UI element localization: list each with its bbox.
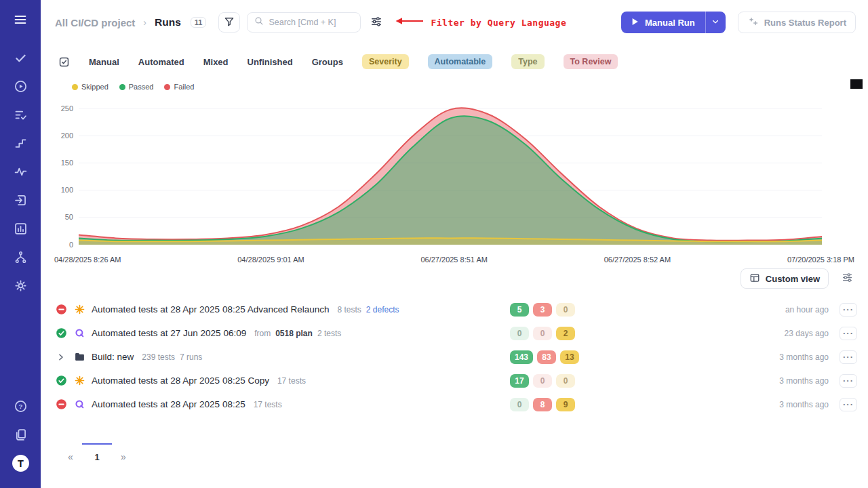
row-menu-button[interactable]: ···	[840, 303, 857, 317]
run-title[interactable]: Build: new	[92, 352, 134, 362]
legend-dot	[72, 84, 78, 90]
svg-text:250: 250	[61, 104, 73, 113]
status-passed-icon	[55, 327, 67, 340]
manual-run-label: Manual Run	[645, 18, 695, 28]
row-menu-button[interactable]: ···	[840, 398, 857, 411]
tab-groups[interactable]: Groups	[312, 57, 343, 67]
run-meta-bold: 0518 plan	[275, 329, 313, 338]
run-title[interactable]: Automated tests at 27 Jun 2025 06:09	[92, 328, 246, 338]
run-time: 3 months ago	[766, 376, 829, 386]
play-icon	[631, 18, 639, 28]
count-badge-green-pale: 0	[510, 327, 529, 340]
sidebar-item-bar-chart[interactable]	[6, 216, 35, 244]
custom-view-button[interactable]: Custom view	[741, 268, 829, 289]
result-badges: 1438313	[510, 350, 598, 364]
run-row[interactable]: Build: new239 tests7 runs14383133 months…	[55, 345, 857, 369]
result-badges: 002	[510, 327, 598, 340]
row-menu-button[interactable]: ···	[840, 374, 857, 388]
filter-funnel-button[interactable]	[218, 12, 240, 33]
breadcrumb-project[interactable]: All CI/CD project	[55, 17, 135, 28]
filter-chip-automatable[interactable]: Automatable	[428, 54, 493, 69]
steps-icon	[14, 136, 28, 153]
row-menu-button[interactable]: ···	[840, 327, 857, 340]
expand-chevron-right-icon[interactable]	[55, 351, 67, 363]
spark-icon	[73, 375, 85, 387]
sidebar-item-check[interactable]	[6, 45, 35, 73]
run-row-main: Automated tests at 28 Apr 2025 08:25 Cop…	[55, 375, 510, 387]
tab-unfinished[interactable]: Unfinished	[248, 57, 293, 67]
runs-status-report-label: Runs Status Report	[764, 18, 846, 28]
screen-artifact-box	[850, 79, 863, 89]
chart-x-axis-labels: 04/28/2025 8:26 AM04/28/2025 9:01 AM06/2…	[54, 256, 854, 264]
run-title[interactable]: Automated tests at 28 Apr 2025 08:25	[92, 399, 245, 409]
sidebar-item-steps[interactable]	[6, 130, 35, 159]
manual-run-button[interactable]: Manual Run	[621, 12, 705, 33]
run-row[interactable]: Automated tests at 28 Apr 2025 08:25 Cop…	[55, 369, 857, 392]
count-badge-green-pale: 0	[510, 398, 529, 411]
sidebar-item-help[interactable]: ?	[6, 393, 35, 422]
runs-status-report-button[interactable]: Runs Status Report	[738, 12, 856, 33]
sidebar-item-hamburger-menu[interactable]	[6, 7, 35, 35]
count-badge-yellow-solid: 2	[556, 327, 575, 340]
sparkles-icon	[747, 16, 759, 29]
manual-run-split-button: Manual Run	[621, 12, 726, 33]
qase-icon	[73, 327, 85, 340]
sidebar-item-gear[interactable]	[6, 272, 35, 301]
sidebar-item-docs[interactable]	[6, 422, 35, 450]
run-row-main: Automated tests at 27 Jun 2025 06:09from…	[55, 327, 510, 340]
run-title[interactable]: Automated tests at 28 Apr 2025 08:25 Adv…	[92, 304, 330, 314]
hamburger-menu-icon	[13, 12, 28, 30]
sidebar-item-logo[interactable]: T	[6, 450, 35, 479]
run-title[interactable]: Automated tests at 28 Apr 2025 08:25 Cop…	[92, 375, 269, 386]
select-all-icon[interactable]	[58, 56, 70, 68]
tab-automated[interactable]: Automated	[138, 57, 184, 67]
sidebar-item-list-check[interactable]	[6, 102, 35, 130]
sidebar-item-inbox-arrow[interactable]	[6, 187, 35, 216]
search-input[interactable]	[269, 18, 353, 27]
annotation: Filter by Query Language	[393, 16, 566, 28]
manual-run-dropdown-button[interactable]	[705, 12, 726, 33]
list-filter-settings-button[interactable]	[838, 268, 856, 289]
tab-mixed[interactable]: Mixed	[203, 57, 229, 67]
count-badge-red-solid: 3	[533, 303, 552, 317]
run-meta-link[interactable]: 2 defects	[366, 305, 399, 314]
filter-chip-severity[interactable]: Severity	[362, 54, 409, 69]
pagination-prev-button[interactable]: «	[59, 443, 82, 462]
run-time: 23 days ago	[766, 329, 829, 338]
tab-manual[interactable]: Manual	[89, 57, 119, 67]
runs-trend-chart: 050100150200250	[54, 99, 854, 251]
row-menu-button[interactable]: ···	[840, 350, 857, 364]
filter-chip-type[interactable]: Type	[511, 54, 544, 69]
legend-dot	[164, 84, 170, 90]
legend-item-skipped[interactable]: Skipped	[72, 83, 108, 91]
legend-dot	[119, 84, 125, 90]
page-title: Runs	[155, 16, 181, 28]
pagination-page-1[interactable]: 1	[82, 443, 112, 462]
sidebar-item-play-circle[interactable]	[6, 73, 35, 102]
folder-icon	[73, 351, 85, 363]
logo: T	[12, 454, 30, 475]
legend-item-passed[interactable]: Passed	[119, 83, 154, 91]
runs-chart-section: SkippedPassedFailed 050100150200250 04/2…	[41, 80, 868, 264]
legend-item-failed[interactable]: Failed	[164, 83, 194, 91]
run-row[interactable]: Automated tests at 27 Jun 2025 06:09from…	[55, 321, 857, 345]
filter-chip-to-review[interactable]: To Review	[564, 54, 618, 69]
sidebar-item-branch[interactable]	[6, 244, 35, 272]
sidebar-item-pulse[interactable]	[6, 159, 35, 187]
annotation-text: Filter by Query Language	[431, 18, 566, 28]
count-badge-red-pale: 0	[533, 374, 552, 388]
pagination-next-button[interactable]: »	[112, 443, 135, 462]
x-axis-label: 06/27/2025 8:52 AM	[604, 256, 671, 264]
sliders-icon	[370, 16, 382, 30]
qase-icon	[73, 399, 85, 411]
topbar: All CI/CD project › Runs 11 Filter by Qu…	[41, 0, 868, 45]
run-row[interactable]: Automated tests at 28 Apr 2025 08:2517 t…	[55, 392, 857, 416]
count-badge-green-solid: 17	[510, 374, 529, 388]
svg-text:100: 100	[61, 186, 73, 194]
run-row[interactable]: Automated tests at 28 Apr 2025 08:25 Adv…	[55, 298, 857, 321]
search-box[interactable]	[247, 12, 361, 33]
legend-label: Failed	[174, 83, 194, 91]
svg-text:0: 0	[69, 241, 73, 249]
query-language-filter-button[interactable]	[368, 12, 385, 33]
run-time: 3 months ago	[766, 400, 829, 409]
